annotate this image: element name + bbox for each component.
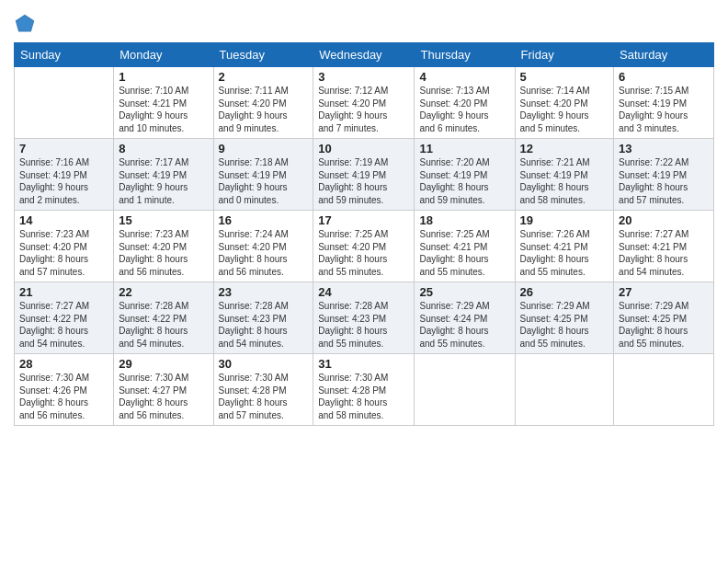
day-info: Sunrise: 7:28 AM Sunset: 4:23 PM Dayligh… bbox=[219, 300, 309, 350]
day-info: Sunrise: 7:15 AM Sunset: 4:19 PM Dayligh… bbox=[619, 85, 709, 134]
day-number: 5 bbox=[520, 70, 609, 84]
day-number: 12 bbox=[520, 142, 609, 155]
day-number: 22 bbox=[119, 285, 208, 299]
calendar-cell: 27Sunrise: 7:29 AM Sunset: 4:25 PM Dayli… bbox=[614, 282, 714, 354]
calendar-cell: 15Sunrise: 7:23 AM Sunset: 4:20 PM Dayli… bbox=[114, 211, 213, 282]
day-number: 21 bbox=[19, 285, 108, 299]
day-info: Sunrise: 7:30 AM Sunset: 4:26 PM Dayligh… bbox=[19, 372, 108, 421]
day-number: 23 bbox=[219, 285, 309, 299]
calendar-cell: 29Sunrise: 7:30 AM Sunset: 4:27 PM Dayli… bbox=[114, 354, 213, 426]
day-number: 18 bbox=[419, 213, 509, 227]
day-number: 25 bbox=[419, 285, 509, 299]
day-info: Sunrise: 7:29 AM Sunset: 4:24 PM Dayligh… bbox=[419, 300, 509, 350]
calendar-cell: 31Sunrise: 7:30 AM Sunset: 4:28 PM Dayli… bbox=[313, 354, 415, 426]
calendar-cell: 12Sunrise: 7:21 AM Sunset: 4:19 PM Dayli… bbox=[515, 139, 614, 211]
calendar-cell: 21Sunrise: 7:27 AM Sunset: 4:22 PM Dayli… bbox=[15, 282, 114, 354]
day-info: Sunrise: 7:19 AM Sunset: 4:19 PM Dayligh… bbox=[318, 156, 409, 206]
calendar-cell: 25Sunrise: 7:29 AM Sunset: 4:24 PM Dayli… bbox=[415, 282, 515, 354]
day-number: 16 bbox=[219, 213, 309, 227]
week-row-1: 1Sunrise: 7:10 AM Sunset: 4:21 PM Daylig… bbox=[15, 67, 714, 139]
day-info: Sunrise: 7:23 AM Sunset: 4:20 PM Dayligh… bbox=[119, 228, 208, 278]
day-info: Sunrise: 7:20 AM Sunset: 4:19 PM Dayligh… bbox=[419, 156, 509, 206]
day-number: 19 bbox=[520, 213, 609, 227]
week-row-5: 28Sunrise: 7:30 AM Sunset: 4:26 PM Dayli… bbox=[15, 354, 714, 426]
calendar-cell: 19Sunrise: 7:26 AM Sunset: 4:21 PM Dayli… bbox=[515, 211, 614, 282]
calendar-cell: 24Sunrise: 7:28 AM Sunset: 4:23 PM Dayli… bbox=[313, 282, 415, 354]
day-number: 15 bbox=[119, 213, 208, 227]
day-info: Sunrise: 7:26 AM Sunset: 4:21 PM Dayligh… bbox=[520, 228, 609, 278]
calendar-cell: 14Sunrise: 7:23 AM Sunset: 4:20 PM Dayli… bbox=[15, 211, 114, 282]
header bbox=[14, 9, 714, 35]
calendar-cell: 2Sunrise: 7:11 AM Sunset: 4:20 PM Daylig… bbox=[213, 67, 313, 139]
calendar-cell: 30Sunrise: 7:30 AM Sunset: 4:28 PM Dayli… bbox=[213, 354, 313, 426]
calendar-cell: 8Sunrise: 7:17 AM Sunset: 4:19 PM Daylig… bbox=[114, 139, 213, 211]
day-header-saturday: Saturday bbox=[614, 43, 714, 67]
day-number: 20 bbox=[619, 213, 709, 227]
day-header-wednesday: Wednesday bbox=[313, 43, 415, 67]
day-number: 24 bbox=[318, 285, 409, 299]
day-info: Sunrise: 7:28 AM Sunset: 4:23 PM Dayligh… bbox=[318, 300, 409, 350]
day-number: 11 bbox=[419, 142, 509, 155]
day-number: 28 bbox=[19, 357, 108, 371]
calendar-cell: 18Sunrise: 7:25 AM Sunset: 4:21 PM Dayli… bbox=[415, 211, 515, 282]
day-info: Sunrise: 7:30 AM Sunset: 4:28 PM Dayligh… bbox=[219, 372, 309, 421]
calendar-cell: 17Sunrise: 7:25 AM Sunset: 4:20 PM Dayli… bbox=[313, 211, 415, 282]
calendar-cell: 7Sunrise: 7:16 AM Sunset: 4:19 PM Daylig… bbox=[15, 139, 114, 211]
logo bbox=[14, 13, 38, 35]
calendar-cell: 22Sunrise: 7:28 AM Sunset: 4:22 PM Dayli… bbox=[114, 282, 213, 354]
week-row-3: 14Sunrise: 7:23 AM Sunset: 4:20 PM Dayli… bbox=[15, 211, 714, 282]
day-number: 7 bbox=[19, 142, 108, 155]
calendar-cell: 1Sunrise: 7:10 AM Sunset: 4:21 PM Daylig… bbox=[114, 67, 213, 139]
day-info: Sunrise: 7:29 AM Sunset: 4:25 PM Dayligh… bbox=[619, 300, 709, 350]
day-number: 13 bbox=[619, 142, 709, 155]
calendar-cell: 20Sunrise: 7:27 AM Sunset: 4:21 PM Dayli… bbox=[614, 211, 714, 282]
week-row-4: 21Sunrise: 7:27 AM Sunset: 4:22 PM Dayli… bbox=[15, 282, 714, 354]
day-info: Sunrise: 7:12 AM Sunset: 4:20 PM Dayligh… bbox=[318, 85, 409, 134]
calendar-cell: 5Sunrise: 7:14 AM Sunset: 4:20 PM Daylig… bbox=[515, 67, 614, 139]
day-number: 9 bbox=[219, 142, 309, 155]
day-header-monday: Monday bbox=[114, 43, 213, 67]
day-header-friday: Friday bbox=[515, 43, 614, 67]
day-info: Sunrise: 7:27 AM Sunset: 4:21 PM Dayligh… bbox=[619, 228, 709, 278]
calendar-cell bbox=[415, 354, 515, 426]
day-number: 29 bbox=[119, 357, 208, 371]
day-header-sunday: Sunday bbox=[15, 43, 114, 67]
day-number: 1 bbox=[119, 70, 208, 84]
calendar-cell: 11Sunrise: 7:20 AM Sunset: 4:19 PM Dayli… bbox=[415, 139, 515, 211]
day-number: 3 bbox=[318, 70, 409, 84]
day-info: Sunrise: 7:17 AM Sunset: 4:19 PM Dayligh… bbox=[119, 156, 208, 206]
calendar-cell: 4Sunrise: 7:13 AM Sunset: 4:20 PM Daylig… bbox=[415, 67, 515, 139]
day-number: 17 bbox=[318, 213, 409, 227]
day-info: Sunrise: 7:25 AM Sunset: 4:21 PM Dayligh… bbox=[419, 228, 509, 278]
logo-icon bbox=[14, 13, 36, 35]
week-row-2: 7Sunrise: 7:16 AM Sunset: 4:19 PM Daylig… bbox=[15, 139, 714, 211]
day-number: 27 bbox=[619, 285, 709, 299]
page-container: SundayMondayTuesdayWednesdayThursdayFrid… bbox=[0, 0, 728, 435]
day-number: 2 bbox=[219, 70, 309, 84]
day-number: 10 bbox=[318, 142, 409, 155]
day-info: Sunrise: 7:22 AM Sunset: 4:19 PM Dayligh… bbox=[619, 156, 709, 206]
day-number: 26 bbox=[520, 285, 609, 299]
day-info: Sunrise: 7:14 AM Sunset: 4:20 PM Dayligh… bbox=[520, 85, 609, 134]
calendar-cell bbox=[515, 354, 614, 426]
calendar-cell: 28Sunrise: 7:30 AM Sunset: 4:26 PM Dayli… bbox=[15, 354, 114, 426]
day-info: Sunrise: 7:18 AM Sunset: 4:19 PM Dayligh… bbox=[219, 156, 309, 206]
calendar-cell: 16Sunrise: 7:24 AM Sunset: 4:20 PM Dayli… bbox=[213, 211, 313, 282]
calendar: SundayMondayTuesdayWednesdayThursdayFrid… bbox=[14, 42, 714, 426]
day-info: Sunrise: 7:13 AM Sunset: 4:20 PM Dayligh… bbox=[419, 85, 509, 134]
calendar-cell: 13Sunrise: 7:22 AM Sunset: 4:19 PM Dayli… bbox=[614, 139, 714, 211]
day-info: Sunrise: 7:30 AM Sunset: 4:28 PM Dayligh… bbox=[318, 372, 409, 421]
day-header-thursday: Thursday bbox=[415, 43, 515, 67]
day-number: 14 bbox=[19, 213, 108, 227]
day-info: Sunrise: 7:29 AM Sunset: 4:25 PM Dayligh… bbox=[520, 300, 609, 350]
calendar-cell: 26Sunrise: 7:29 AM Sunset: 4:25 PM Dayli… bbox=[515, 282, 614, 354]
day-info: Sunrise: 7:23 AM Sunset: 4:20 PM Dayligh… bbox=[19, 228, 108, 278]
day-info: Sunrise: 7:16 AM Sunset: 4:19 PM Dayligh… bbox=[19, 156, 108, 206]
calendar-cell: 9Sunrise: 7:18 AM Sunset: 4:19 PM Daylig… bbox=[213, 139, 313, 211]
calendar-cell bbox=[15, 67, 114, 139]
day-info: Sunrise: 7:10 AM Sunset: 4:21 PM Dayligh… bbox=[119, 85, 208, 134]
day-info: Sunrise: 7:24 AM Sunset: 4:20 PM Dayligh… bbox=[219, 228, 309, 278]
day-info: Sunrise: 7:21 AM Sunset: 4:19 PM Dayligh… bbox=[520, 156, 609, 206]
day-number: 4 bbox=[419, 70, 509, 84]
day-number: 6 bbox=[619, 70, 709, 84]
